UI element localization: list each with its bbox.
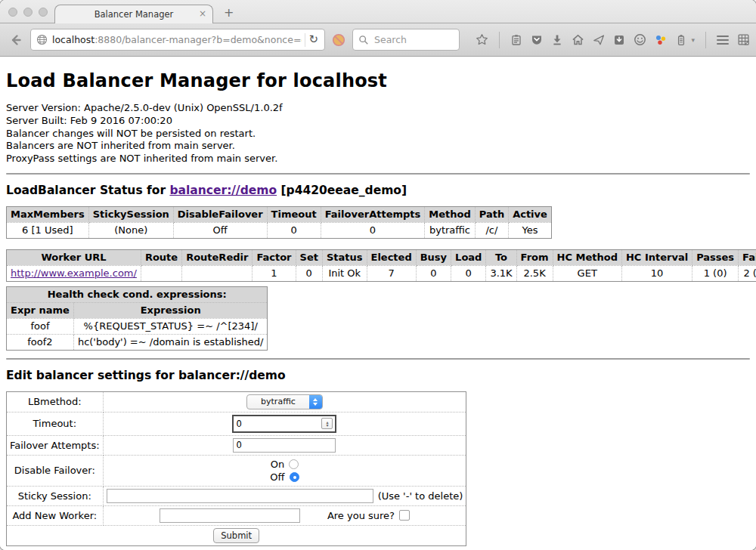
health-check-table: Health check cond. expressions: Expr nam… — [6, 286, 268, 351]
col-method: Method — [425, 206, 475, 222]
val-to: 3.1K — [486, 265, 516, 281]
radio-off-row: Off — [107, 471, 463, 484]
server-built-line: Server Built: Feb 9 2016 07:00:20 — [6, 115, 750, 128]
grid-icon[interactable] — [737, 33, 750, 46]
home-icon[interactable] — [572, 33, 584, 46]
col-route: Route — [141, 249, 181, 265]
val-routeredir — [182, 265, 253, 281]
val-method: bytraffic — [425, 222, 475, 238]
failover-attempts-input[interactable] — [233, 438, 336, 453]
sticky-cell: (Use '-' to delete) — [103, 486, 466, 505]
overflow-caret-icon[interactable]: ▾ — [691, 36, 695, 44]
col-worker-url: Worker URL — [7, 249, 141, 265]
radio-off[interactable] — [290, 472, 299, 482]
battery-icon[interactable] — [675, 34, 687, 46]
failover-attempts-label: Failover Attempts: — [7, 435, 104, 455]
status-heading: LoadBalancer Status for balancer://demo … — [6, 184, 750, 197]
page-content: Load Balancer Manager for localhost Serv… — [0, 57, 756, 550]
add-worker-label: Add New Worker: — [7, 505, 104, 525]
val-worker-url: http://www.example.com/ — [7, 265, 141, 281]
col-hc-method: HC Method — [553, 249, 621, 265]
new-tab-button[interactable]: + — [224, 5, 234, 20]
submit-cell: Submit — [7, 525, 466, 545]
reading-list-icon[interactable] — [510, 34, 522, 46]
url-text[interactable]: localhost:8880/balancer-manager?b=demo&n… — [52, 34, 302, 45]
timeout-input[interactable]: 0 ▴▾ — [232, 415, 336, 433]
val-expr-name: foof — [7, 318, 74, 334]
confirm-checkbox[interactable] — [399, 510, 410, 521]
col-stickysession: StickySession — [88, 206, 173, 222]
worker-table: Worker URL Route RouteRedir Factor Set S… — [6, 249, 756, 282]
search-icon — [358, 35, 369, 45]
col-load: Load — [451, 249, 486, 265]
radio-on-label: On — [271, 458, 284, 471]
content-blocked-icon[interactable] — [331, 32, 346, 48]
add-worker-input[interactable] — [160, 508, 300, 523]
zoom-window-button[interactable] — [39, 8, 48, 17]
tab-close-icon[interactable]: × — [199, 8, 206, 19]
back-button[interactable] — [6, 30, 26, 50]
minimize-window-button[interactable] — [23, 8, 33, 17]
col-path: Path — [475, 206, 508, 222]
persist-note-line: Balancer changes will NOT be persisted o… — [6, 128, 750, 141]
radio-on-row: On — [107, 458, 463, 471]
radio-on[interactable] — [289, 459, 299, 469]
pocket-icon[interactable] — [531, 34, 543, 46]
val-expression: %{REQUEST_STATUS} =~ /^[234]/ — [73, 318, 268, 334]
close-window-button[interactable] — [8, 8, 17, 17]
page-title: Load Balancer Manager for localhost — [6, 70, 750, 91]
menu-icon[interactable] — [717, 36, 729, 45]
sticky-session-label: Sticky Session: — [7, 486, 104, 505]
val-busy: 0 — [416, 265, 451, 281]
send-tab-icon[interactable] — [593, 34, 605, 46]
timeout-value: 0 — [234, 419, 321, 429]
table-header-row: Expr name Expression — [7, 302, 268, 318]
lbmethod-selected-value: bytraffic — [247, 395, 309, 409]
feedback-smiley-icon[interactable] — [634, 33, 646, 46]
table-header-row: Worker URL Route RouteRedir Factor Set S… — [7, 249, 756, 265]
val-route — [141, 265, 181, 281]
lbmethod-cell: bytraffic — [103, 391, 466, 412]
divider — [6, 358, 750, 360]
add-worker-cell: Are you sure? — [103, 505, 466, 525]
toolbar-icons: ▾ — [476, 32, 750, 48]
bookmark-star-icon[interactable] — [476, 33, 488, 46]
col-from: From — [516, 249, 553, 265]
worker-url-link[interactable]: http://www.example.com/ — [11, 267, 137, 279]
col-factor: Factor — [253, 249, 296, 265]
hc-table-title: Health check cond. expressions: — [7, 286, 268, 302]
val-status: Init Ok — [322, 265, 367, 281]
val-fails: 2 (0) — [739, 265, 756, 281]
tab-balancer-manager[interactable]: Balancer Manager × — [54, 5, 213, 23]
col-failoverattempts: FailoverAttempts — [321, 206, 425, 222]
form-row-add-worker: Add New Worker: Are you sure? — [7, 505, 466, 525]
search-bar[interactable] — [352, 29, 460, 51]
col-status: Status — [322, 249, 367, 265]
radio-off-label: Off — [270, 471, 284, 484]
timeout-label: Timeout: — [7, 412, 104, 435]
browser-window: Balancer Manager × + localhost:8880/bala… — [0, 0, 756, 550]
val-disablefailover: Off — [173, 222, 267, 238]
val-stickysession: (None) — [88, 222, 173, 238]
val-timeout: 0 — [267, 222, 321, 238]
downloads-icon[interactable] — [551, 34, 563, 46]
reload-icon[interactable]: ↻ — [308, 34, 318, 45]
submit-button[interactable]: Submit — [213, 528, 259, 543]
lbmethod-label: LBmethod: — [7, 391, 104, 412]
status-heading-suffix: [p4420eeae_demo] — [277, 184, 407, 197]
balancer-demo-link[interactable]: balancer://demo — [169, 184, 277, 197]
sticky-session-hint: (Use '-' to delete) — [378, 490, 463, 502]
val-maxmembers: 6 [1 Used] — [7, 222, 89, 238]
colored-dots-extension-icon[interactable] — [655, 34, 667, 46]
server-info: Server Version: Apache/2.5.0-dev (Unix) … — [6, 102, 750, 165]
tab-bar: Balancer Manager × + — [0, 0, 756, 23]
sticky-session-input[interactable] — [107, 489, 373, 503]
server-version-line: Server Version: Apache/2.5.0-dev (Unix) … — [6, 102, 750, 115]
url-host: localhost — [52, 34, 94, 45]
number-spinner-icon[interactable]: ▴▾ — [321, 418, 333, 429]
search-input[interactable] — [373, 33, 448, 46]
download-box-icon[interactable] — [613, 34, 625, 46]
lbmethod-select[interactable]: bytraffic — [246, 394, 323, 409]
url-bar[interactable]: localhost:8880/balancer-manager?b=demo&n… — [30, 29, 325, 51]
table-row: 6 [1 Used] (None) Off 0 0 bytraffic /c/ … — [7, 222, 552, 238]
